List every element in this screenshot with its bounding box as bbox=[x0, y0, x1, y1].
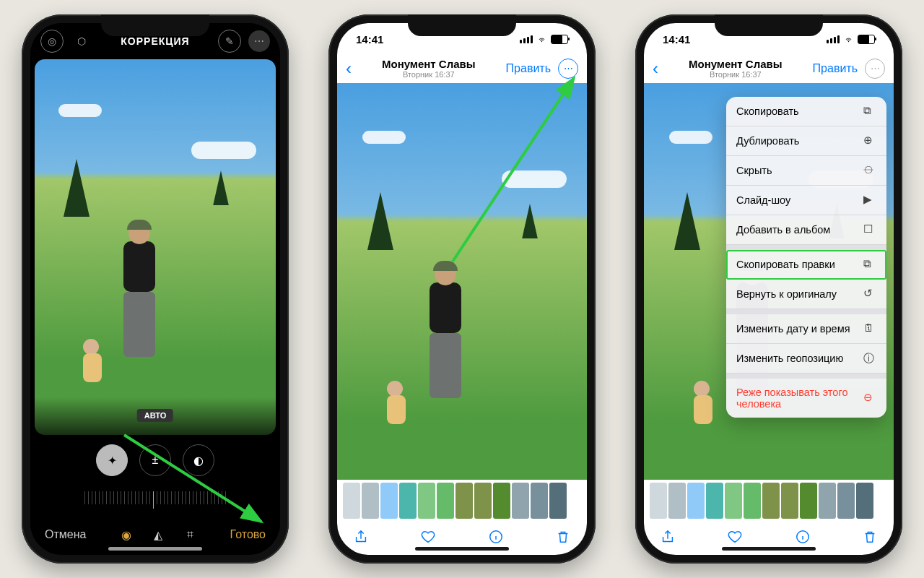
thumbnail[interactable] bbox=[343, 483, 360, 519]
thumbnail[interactable] bbox=[725, 483, 742, 519]
thumbnail[interactable] bbox=[668, 483, 686, 519]
share-button[interactable] bbox=[353, 529, 369, 548]
thumbnail[interactable] bbox=[437, 483, 454, 519]
menu-adjust-date[interactable]: Изменить дату и время🗓 bbox=[726, 314, 886, 344]
cancel-button[interactable]: Отмена bbox=[45, 528, 86, 541]
battery-icon bbox=[858, 35, 875, 44]
live-photo-icon[interactable]: ◎ bbox=[40, 30, 64, 53]
info-button[interactable] bbox=[795, 529, 811, 548]
menu-adjust-location[interactable]: Изменить геопозициюⓘ bbox=[726, 344, 886, 374]
photo-datetime: Вторник 16:37 bbox=[658, 70, 813, 79]
wifi-icon bbox=[536, 35, 547, 43]
thumbnail[interactable] bbox=[837, 483, 855, 519]
photo-nav-bar: ‹ Монумент Славы Вторник 16:37 Править ⋯ bbox=[337, 55, 587, 83]
menu-copy[interactable]: Скопировать⧉ bbox=[726, 97, 886, 126]
home-indicator bbox=[108, 547, 202, 551]
favorite-button[interactable] bbox=[727, 529, 743, 548]
thumbnail[interactable] bbox=[418, 483, 435, 519]
menu-revert[interactable]: Вернуть к оригиналу↺ bbox=[726, 280, 886, 309]
phone-mockup-3: 14:41 ‹ Монумент Славы Вторник 16:37 Пра… bbox=[635, 14, 902, 564]
phone-mockup-1: ◎ ⬡ КОРРЕКЦИЯ ✎ ⋯ АВТО ✦ ± ◐ bbox=[22, 14, 289, 564]
thumbnail[interactable] bbox=[856, 483, 873, 519]
device-notch bbox=[715, 14, 823, 36]
menu-feature-less[interactable]: Реже показывать этого человека⊖ bbox=[726, 379, 886, 418]
album-icon: ☐ bbox=[863, 223, 876, 236]
screen-photo-detail: 14:41 ‹ Монумент Славы Вторник 16:37 Пра… bbox=[337, 23, 587, 555]
edit-button[interactable]: Править bbox=[506, 62, 551, 75]
more-options-button[interactable]: ⋯ bbox=[558, 59, 578, 79]
home-indicator bbox=[722, 547, 816, 551]
adjust-tab-icon[interactable]: ◉ bbox=[118, 527, 134, 543]
more-icon[interactable]: ⋯ bbox=[248, 30, 270, 52]
play-icon: ▶ bbox=[863, 194, 876, 207]
thumbnail[interactable] bbox=[706, 483, 723, 519]
more-options-button[interactable]: ⋯ bbox=[865, 59, 885, 79]
thumbnail[interactable] bbox=[762, 483, 780, 519]
device-notch bbox=[101, 14, 209, 36]
brilliance-dial[interactable]: ◐ bbox=[183, 444, 214, 476]
toddler-figure bbox=[83, 339, 102, 382]
thumbnail[interactable] bbox=[493, 483, 510, 519]
thumbnail[interactable] bbox=[456, 483, 473, 519]
device-notch bbox=[408, 14, 516, 36]
portrait-icon[interactable]: ⬡ bbox=[71, 30, 92, 52]
back-button[interactable]: ‹ bbox=[346, 59, 352, 79]
person-figure bbox=[121, 223, 157, 367]
thumbnail[interactable] bbox=[380, 483, 398, 519]
edit-title: КОРРЕКЦИЯ bbox=[121, 35, 189, 47]
thumbnail[interactable] bbox=[744, 483, 761, 519]
thumbnail[interactable] bbox=[399, 483, 417, 519]
menu-add-album[interactable]: Добавить в альбом☐ bbox=[726, 215, 886, 245]
thumbnail-strip[interactable] bbox=[644, 480, 894, 522]
revert-icon: ↺ bbox=[863, 288, 876, 301]
context-menu: Скопировать⧉ Дублировать⊕ Скрыть⦵ Слайд-… bbox=[726, 97, 886, 418]
thumbnail[interactable] bbox=[362, 483, 379, 519]
thumbnail[interactable] bbox=[549, 483, 567, 519]
trash-button[interactable] bbox=[862, 529, 878, 548]
thumbnail[interactable] bbox=[512, 483, 529, 519]
duplicate-icon: ⊕ bbox=[863, 134, 876, 147]
photo-nav-bar: ‹ Монумент Славы Вторник 16:37 Править ⋯ bbox=[644, 55, 894, 83]
thumbnail-strip[interactable] bbox=[337, 480, 587, 522]
thumbnail[interactable] bbox=[474, 483, 492, 519]
filters-tab-icon[interactable]: ◭ bbox=[150, 527, 166, 543]
wifi-icon bbox=[843, 35, 854, 43]
photo-title-block: Монумент Славы Вторник 16:37 bbox=[658, 58, 813, 79]
thumbnail[interactable] bbox=[531, 483, 548, 519]
cellular-icon bbox=[520, 35, 533, 43]
edit-mode-tabs: ◉ ◭ ⌗ bbox=[118, 527, 198, 543]
screen-edit-mode: ◎ ⬡ КОРРЕКЦИЯ ✎ ⋯ АВТО ✦ ± ◐ bbox=[30, 23, 280, 555]
done-button[interactable]: Готово bbox=[230, 528, 266, 541]
copy-edits-icon: ⧉ bbox=[863, 258, 876, 271]
menu-copy-edits[interactable]: Скопировать правки⧉ bbox=[726, 250, 886, 280]
auto-enhance-dial[interactable]: ✦ bbox=[96, 444, 128, 476]
back-button[interactable]: ‹ bbox=[653, 59, 658, 79]
share-button[interactable] bbox=[660, 529, 676, 548]
menu-hide[interactable]: Скрыть⦵ bbox=[726, 156, 886, 186]
status-time: 14:41 bbox=[663, 33, 690, 46]
favorite-button[interactable] bbox=[420, 529, 436, 548]
exposure-dial[interactable]: ± bbox=[139, 444, 171, 476]
photo-location: Монумент Славы bbox=[352, 58, 506, 70]
crop-tab-icon[interactable]: ⌗ bbox=[182, 527, 198, 543]
info-button[interactable] bbox=[488, 529, 504, 548]
phone-mockup-2: 14:41 ‹ Монумент Славы Вторник 16:37 Пра… bbox=[328, 14, 596, 564]
thumbnail[interactable] bbox=[687, 483, 705, 519]
copy-icon: ⧉ bbox=[863, 105, 876, 118]
menu-slideshow[interactable]: Слайд-шоу▶ bbox=[726, 186, 886, 215]
thumbnail[interactable] bbox=[781, 483, 798, 519]
photo-location: Монумент Славы bbox=[658, 58, 813, 70]
status-time: 14:41 bbox=[356, 33, 383, 46]
markup-icon[interactable]: ✎ bbox=[218, 30, 241, 53]
photo-fullview[interactable] bbox=[337, 83, 587, 480]
auto-label: АВТО bbox=[137, 409, 173, 422]
thumbnail[interactable] bbox=[800, 483, 817, 519]
menu-duplicate[interactable]: Дублировать⊕ bbox=[726, 126, 886, 156]
screen-photo-detail-menu: 14:41 ‹ Монумент Славы Вторник 16:37 Пра… bbox=[644, 23, 894, 555]
adjustment-slider[interactable] bbox=[30, 486, 280, 514]
edit-button[interactable]: Править bbox=[813, 62, 858, 75]
thumbnail[interactable] bbox=[819, 483, 836, 519]
calendar-icon: 🗓 bbox=[863, 322, 876, 335]
thumbnail[interactable] bbox=[650, 483, 667, 519]
trash-button[interactable] bbox=[555, 529, 571, 548]
